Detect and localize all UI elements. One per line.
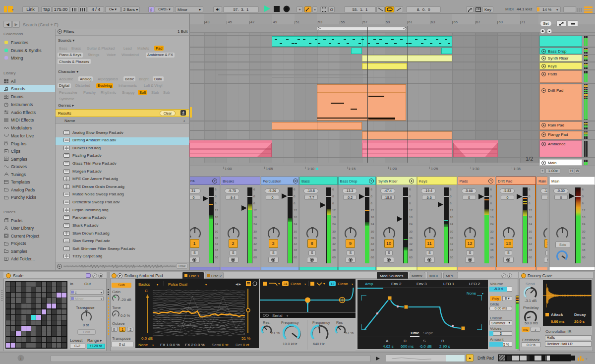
svg-text:i: i <box>20 356 21 361</box>
